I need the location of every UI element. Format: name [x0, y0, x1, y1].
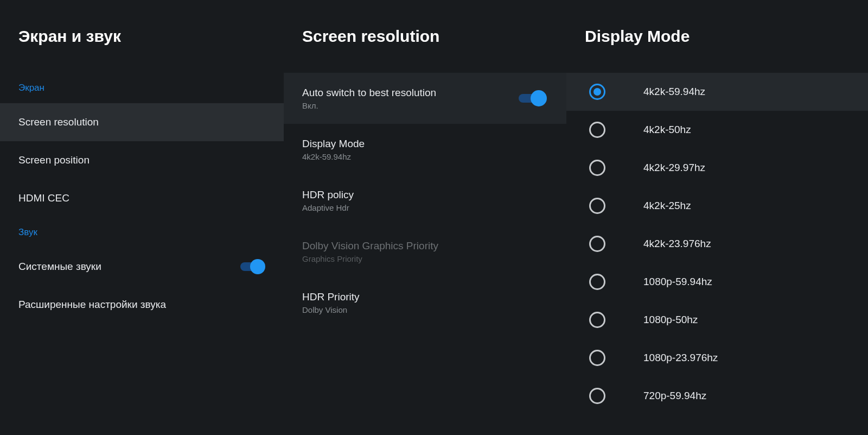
settings-row-title: Display Mode: [302, 138, 548, 150]
section-title: Display Mode: [566, 0, 868, 73]
radio-unchecked-icon: [589, 198, 605, 214]
sidebar-item-system-sounds[interactable]: Системные звуки: [0, 248, 284, 286]
settings-row-subtitle: Adaptive Hdr: [302, 203, 548, 212]
display-mode-option[interactable]: 4k2k-23.976hz: [566, 225, 868, 263]
radio-unchecked-icon: [589, 160, 605, 176]
settings-row-title: HDR policy: [302, 189, 548, 201]
display-mode-label: 1080p-50hz: [643, 314, 698, 326]
settings-row-subtitle: 4k2k-59.94hz: [302, 152, 548, 161]
sidebar-item-label: Screen resolution: [18, 116, 99, 128]
settings-row-subtitle: Graphics Priority: [302, 254, 548, 263]
sidebar-level-3: Display Mode 4k2k-59.94hz4k2k-50hz4k2k-2…: [566, 0, 868, 435]
page-title: Экран и звук: [0, 0, 284, 73]
toggle-auto-resolution[interactable]: [519, 90, 548, 106]
display-mode-option[interactable]: 4k2k-50hz: [566, 111, 868, 149]
settings-row[interactable]: HDR PriorityDolby Vision: [284, 277, 566, 328]
display-mode-option[interactable]: 1080p-23.976hz: [566, 339, 868, 377]
display-mode-option[interactable]: 1080p-59.94hz: [566, 263, 868, 301]
display-mode-label: 4k2k-23.976hz: [643, 238, 711, 250]
sidebar-item-label: Системные звуки: [18, 261, 101, 273]
settings-row-title: Dolby Vision Graphics Priority: [302, 240, 548, 252]
sidebar-item-advanced-sound[interactable]: Расширенные настройки звука: [0, 286, 284, 324]
radio-unchecked-icon: [589, 274, 605, 290]
settings-row[interactable]: HDR policyAdaptive Hdr: [284, 175, 566, 226]
display-mode-option[interactable]: 1080p-50hz: [566, 301, 868, 339]
settings-row-subtitle: Вкл.: [302, 101, 510, 110]
toggle-system-sounds[interactable]: [240, 259, 265, 274]
radio-unchecked-icon: [589, 388, 605, 404]
section-label-sound: Звук: [0, 217, 284, 248]
section-label-screen: Экран: [0, 73, 284, 103]
radio-unchecked-icon: [589, 350, 605, 366]
section-title: Screen resolution: [284, 0, 566, 73]
sidebar-item-label: Screen position: [18, 154, 90, 166]
display-mode-option[interactable]: 4k2k-25hz: [566, 187, 868, 225]
sidebar-level-1: Экран и звук Экран Screen resolution Scr…: [0, 0, 284, 435]
display-mode-option[interactable]: 4k2k-59.94hz: [566, 73, 868, 111]
radio-checked-icon: [589, 84, 605, 100]
sidebar-item-screen-resolution[interactable]: Screen resolution: [0, 103, 284, 141]
sidebar-item-hdmi-cec[interactable]: HDMI CEC: [0, 179, 284, 217]
display-mode-label: 4k2k-50hz: [643, 124, 691, 136]
display-mode-label: 1080p-23.976hz: [643, 352, 718, 364]
settings-row[interactable]: Display Mode4k2k-59.94hz: [284, 124, 566, 175]
settings-row-title: Auto switch to best resolution: [302, 87, 510, 99]
display-mode-option[interactable]: 720p-59.94hz: [566, 377, 868, 415]
settings-row[interactable]: Auto switch to best resolutionВкл.: [284, 73, 566, 124]
settings-row-subtitle: Dolby Vision: [302, 305, 548, 314]
display-mode-label: 4k2k-25hz: [643, 200, 691, 212]
sidebar-item-label: Расширенные настройки звука: [18, 299, 166, 311]
display-mode-label: 720p-59.94hz: [643, 390, 706, 402]
display-mode-label: 1080p-59.94hz: [643, 276, 712, 288]
radio-unchecked-icon: [589, 312, 605, 328]
settings-row-title: HDR Priority: [302, 291, 548, 303]
display-mode-label: 4k2k-59.94hz: [643, 86, 705, 98]
sidebar-level-2: Screen resolution Auto switch to best re…: [284, 0, 566, 435]
display-mode-option[interactable]: 4k2k-29.97hz: [566, 149, 868, 187]
radio-unchecked-icon: [589, 236, 605, 252]
radio-unchecked-icon: [589, 122, 605, 138]
sidebar-item-label: HDMI CEC: [18, 192, 69, 204]
settings-row: Dolby Vision Graphics PriorityGraphics P…: [284, 226, 566, 277]
sidebar-item-screen-position[interactable]: Screen position: [0, 141, 284, 179]
display-mode-label: 4k2k-29.97hz: [643, 162, 705, 174]
